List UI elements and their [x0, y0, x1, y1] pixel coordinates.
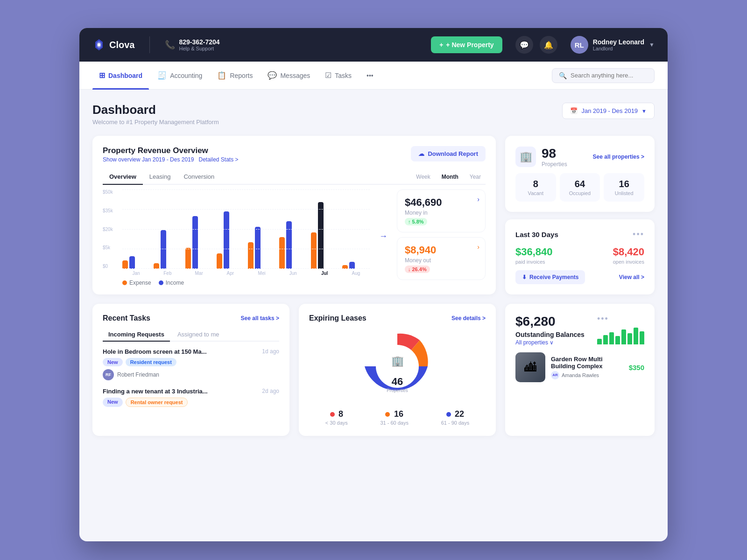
- money-in-label: Money in: [405, 210, 478, 216]
- outstanding-subtitle-link[interactable]: All properties ∨: [515, 339, 585, 346]
- view-all-link[interactable]: View all >: [619, 274, 644, 280]
- lease-60: 16 31 - 60 days: [380, 409, 409, 426]
- download-report-button[interactable]: ☁ Download Report: [411, 146, 486, 161]
- date-range-picker[interactable]: 📅 Jan 2019 - Des 2019 ▼: [562, 103, 655, 119]
- outstanding-card: $6,280 Outstanding Balances All properti…: [505, 304, 655, 436]
- messages-icon: 💬: [268, 71, 277, 80]
- chart-area: $0 $5k $20k $35k $50k: [103, 189, 486, 283]
- dashboard-icon: ⊞: [99, 71, 105, 80]
- money-out-amount: $8,940: [405, 244, 478, 256]
- task-badges-2: New Rental owner request: [103, 398, 279, 407]
- download-report-label: Download Report: [428, 150, 478, 157]
- money-in-arrow[interactable]: ›: [477, 196, 479, 203]
- property-stats: 8 Vacant 64 Occupied 16 Unlisted: [515, 173, 644, 202]
- detailed-stats-link[interactable]: Detailed Stats >: [198, 156, 238, 163]
- expense-legend: Expense: [122, 280, 151, 286]
- money-out-arrow[interactable]: ›: [477, 243, 479, 251]
- task-item-2: Finding a new tenant at 3 Industria... 2…: [103, 388, 279, 407]
- last30-title: Last 30 Days: [515, 231, 558, 238]
- property-amount: $350: [629, 364, 644, 371]
- lease-90: 22 61 - 90 days: [441, 409, 470, 426]
- logo-icon: [92, 38, 106, 51]
- new-property-button[interactable]: + + New Property: [431, 36, 502, 53]
- property-user-avatar: AR: [551, 371, 559, 379]
- x-label-mar: Mar: [185, 271, 213, 276]
- mini-bar-6: [634, 328, 638, 344]
- reports-icon: 📋: [217, 71, 226, 80]
- income-dot: [159, 280, 163, 285]
- chevron-down-icon: ▼: [641, 108, 647, 114]
- outstanding-menu[interactable]: •••: [597, 314, 644, 324]
- open-invoices-label: open invoices: [613, 259, 644, 265]
- money-in-card: › $46,690 Money in ↑ 5.8%: [397, 189, 486, 232]
- x-label-jun: Jun: [279, 271, 307, 276]
- properties-label: Properties: [542, 161, 567, 168]
- accounting-icon: 🧾: [157, 71, 167, 80]
- invoice-row: $36,840 paid invoices $8,420 open invoic…: [515, 246, 644, 265]
- see-details-link[interactable]: See details >: [451, 315, 486, 322]
- search-box[interactable]: 🔍: [552, 68, 655, 83]
- task-time-2: 2d ago: [262, 388, 279, 395]
- donut-chart: 🏢 46 Properties: [309, 329, 486, 404]
- bottom-grid: Recent Tasks See all tasks > Incoming Re…: [92, 304, 655, 436]
- nav-dashboard[interactable]: ⊞ Dashboard: [92, 67, 149, 84]
- date-range-label: Jan 2019 - Des 2019: [581, 107, 638, 114]
- new-property-label: + New Property: [446, 41, 493, 49]
- chart-arrow-container: →: [377, 189, 389, 283]
- properties-card: 🏢 98 Properties See all properties > 8 V…: [505, 136, 655, 212]
- mini-bar-0: [597, 339, 602, 344]
- chart-legend: Expense Income: [103, 280, 370, 286]
- topnav-icon-group: 💬 🔔: [515, 36, 557, 54]
- recent-tasks-card: Recent Tasks See all tasks > Incoming Re…: [92, 304, 289, 436]
- tab-incoming[interactable]: Incoming Requests: [103, 328, 170, 341]
- see-all-tasks-link[interactable]: See all tasks >: [241, 315, 279, 322]
- time-month[interactable]: Month: [437, 172, 463, 182]
- nav-accounting[interactable]: 🧾 Accounting: [151, 67, 209, 84]
- user-menu[interactable]: RL Rodney Leonard Landlord ▼: [571, 36, 655, 54]
- receive-payments-button[interactable]: ⬇ Receive Payments: [515, 270, 585, 284]
- see-all-properties-link[interactable]: See all properties >: [593, 154, 644, 160]
- last30-menu[interactable]: •••: [633, 230, 644, 239]
- page-title: Dashboard: [92, 103, 219, 117]
- top-navigation: Clova 📞 829-362-7204 Help & Support + + …: [79, 28, 668, 62]
- money-cards: › $46,690 Money in ↑ 5.8% ›: [397, 189, 486, 283]
- open-invoices-amount: $8,420: [613, 246, 644, 258]
- task-item: Hole in Bedroom screen at 150 Ma... 1d a…: [103, 348, 279, 380]
- tab-assigned[interactable]: Assigned to me: [172, 328, 225, 341]
- time-week[interactable]: Week: [411, 172, 435, 182]
- tab-leasing[interactable]: Leasing: [143, 169, 177, 184]
- download-icon: ☁: [418, 150, 424, 157]
- tab-overview[interactable]: Overview: [103, 169, 143, 184]
- task-tabs: Incoming Requests Assigned to me: [103, 328, 279, 342]
- calendar-icon: 📅: [570, 107, 578, 114]
- tasks-icon: ☑: [325, 71, 331, 80]
- notifications-icon-button[interactable]: 🔔: [540, 36, 557, 54]
- lease-blue-dot: [446, 412, 451, 417]
- chat-icon-button[interactable]: 💬: [515, 36, 533, 54]
- vacant-stat: 8 Vacant: [515, 173, 556, 202]
- nav-tasks[interactable]: ☑ Tasks: [318, 67, 358, 84]
- money-out-label: Money out: [405, 257, 478, 264]
- donut-count: 46: [387, 376, 408, 388]
- user-initials: RL: [575, 41, 584, 49]
- unlisted-stat: 16 Unlisted: [604, 173, 644, 202]
- task-badges: New Resident request: [103, 358, 279, 366]
- mini-bar-7: [640, 331, 644, 344]
- x-label-feb: Feb: [154, 271, 181, 276]
- task-time: 1d ago: [262, 348, 279, 355]
- money-in-change: ↑ 5.8%: [405, 218, 478, 225]
- dashboard-label: Dashboard: [108, 72, 142, 79]
- tasks-label: Tasks: [335, 72, 352, 79]
- x-axis-labels: JanFebMarAprMeiJunJulAug: [103, 271, 370, 276]
- receive-icon: ⬇: [522, 274, 527, 280]
- search-input[interactable]: [571, 72, 648, 79]
- tab-conversion[interactable]: Conversion: [177, 169, 221, 184]
- nav-messages[interactable]: 💬 Messages: [261, 67, 317, 84]
- y-axis-labels: $0 $5k $20k $35k $50k: [103, 189, 113, 269]
- occupied-stat: 64 Occupied: [560, 173, 600, 202]
- nav-more[interactable]: •••: [360, 68, 380, 83]
- nav-reports[interactable]: 📋 Reports: [211, 67, 259, 84]
- property-image: 🏙: [515, 352, 545, 382]
- time-year[interactable]: Year: [465, 172, 486, 182]
- chart-next-arrow[interactable]: →: [377, 231, 389, 241]
